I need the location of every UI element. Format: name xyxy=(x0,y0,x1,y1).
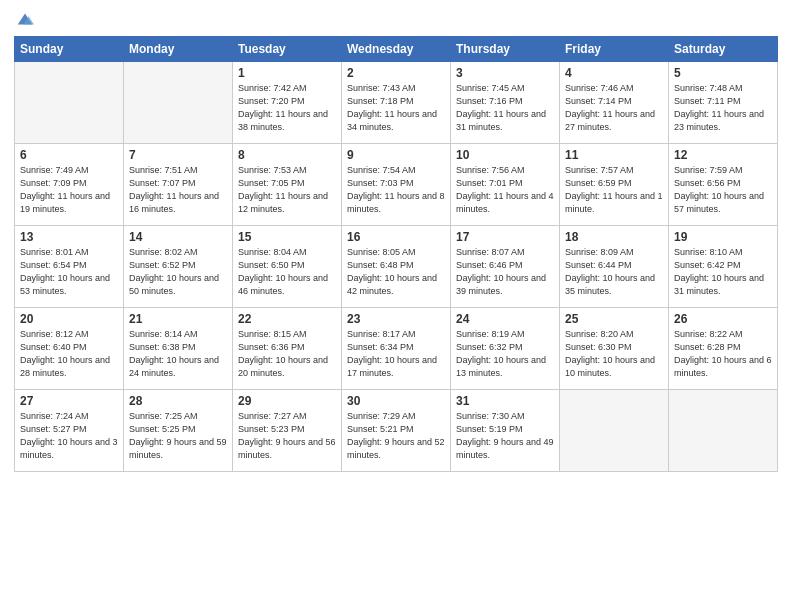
day-info: Sunrise: 7:57 AMSunset: 6:59 PMDaylight:… xyxy=(565,164,663,216)
day-number: 15 xyxy=(238,230,336,244)
day-number: 6 xyxy=(20,148,118,162)
day-info: Sunrise: 8:01 AMSunset: 6:54 PMDaylight:… xyxy=(20,246,118,298)
day-info: Sunrise: 7:49 AMSunset: 7:09 PMDaylight:… xyxy=(20,164,118,216)
calendar-cell: 4Sunrise: 7:46 AMSunset: 7:14 PMDaylight… xyxy=(560,62,669,144)
day-number: 8 xyxy=(238,148,336,162)
day-info: Sunrise: 7:53 AMSunset: 7:05 PMDaylight:… xyxy=(238,164,336,216)
day-number: 18 xyxy=(565,230,663,244)
week-row-4: 20Sunrise: 8:12 AMSunset: 6:40 PMDayligh… xyxy=(15,308,778,390)
day-info: Sunrise: 7:29 AMSunset: 5:21 PMDaylight:… xyxy=(347,410,445,462)
calendar-cell: 27Sunrise: 7:24 AMSunset: 5:27 PMDayligh… xyxy=(15,390,124,472)
day-info: Sunrise: 8:02 AMSunset: 6:52 PMDaylight:… xyxy=(129,246,227,298)
day-number: 19 xyxy=(674,230,772,244)
calendar-cell: 12Sunrise: 7:59 AMSunset: 6:56 PMDayligh… xyxy=(669,144,778,226)
day-number: 22 xyxy=(238,312,336,326)
day-info: Sunrise: 7:56 AMSunset: 7:01 PMDaylight:… xyxy=(456,164,554,216)
day-number: 7 xyxy=(129,148,227,162)
day-number: 21 xyxy=(129,312,227,326)
week-row-5: 27Sunrise: 7:24 AMSunset: 5:27 PMDayligh… xyxy=(15,390,778,472)
day-info: Sunrise: 7:54 AMSunset: 7:03 PMDaylight:… xyxy=(347,164,445,216)
day-number: 2 xyxy=(347,66,445,80)
day-number: 27 xyxy=(20,394,118,408)
day-number: 26 xyxy=(674,312,772,326)
calendar-cell xyxy=(669,390,778,472)
calendar-cell: 20Sunrise: 8:12 AMSunset: 6:40 PMDayligh… xyxy=(15,308,124,390)
calendar: SundayMondayTuesdayWednesdayThursdayFrid… xyxy=(14,36,778,472)
day-number: 3 xyxy=(456,66,554,80)
calendar-cell: 16Sunrise: 8:05 AMSunset: 6:48 PMDayligh… xyxy=(342,226,451,308)
weekday-header-tuesday: Tuesday xyxy=(233,37,342,62)
weekday-header-friday: Friday xyxy=(560,37,669,62)
calendar-cell: 1Sunrise: 7:42 AMSunset: 7:20 PMDaylight… xyxy=(233,62,342,144)
weekday-header-thursday: Thursday xyxy=(451,37,560,62)
calendar-cell: 5Sunrise: 7:48 AMSunset: 7:11 PMDaylight… xyxy=(669,62,778,144)
day-info: Sunrise: 8:09 AMSunset: 6:44 PMDaylight:… xyxy=(565,246,663,298)
day-info: Sunrise: 8:17 AMSunset: 6:34 PMDaylight:… xyxy=(347,328,445,380)
day-info: Sunrise: 7:45 AMSunset: 7:16 PMDaylight:… xyxy=(456,82,554,134)
day-info: Sunrise: 7:46 AMSunset: 7:14 PMDaylight:… xyxy=(565,82,663,134)
day-info: Sunrise: 7:30 AMSunset: 5:19 PMDaylight:… xyxy=(456,410,554,462)
day-number: 28 xyxy=(129,394,227,408)
day-number: 11 xyxy=(565,148,663,162)
weekday-header-row: SundayMondayTuesdayWednesdayThursdayFrid… xyxy=(15,37,778,62)
calendar-cell: 2Sunrise: 7:43 AMSunset: 7:18 PMDaylight… xyxy=(342,62,451,144)
day-number: 30 xyxy=(347,394,445,408)
day-number: 29 xyxy=(238,394,336,408)
calendar-cell: 15Sunrise: 8:04 AMSunset: 6:50 PMDayligh… xyxy=(233,226,342,308)
day-number: 12 xyxy=(674,148,772,162)
calendar-cell: 31Sunrise: 7:30 AMSunset: 5:19 PMDayligh… xyxy=(451,390,560,472)
header xyxy=(14,10,778,28)
day-number: 20 xyxy=(20,312,118,326)
day-number: 24 xyxy=(456,312,554,326)
day-number: 31 xyxy=(456,394,554,408)
weekday-header-sunday: Sunday xyxy=(15,37,124,62)
day-number: 23 xyxy=(347,312,445,326)
calendar-cell: 13Sunrise: 8:01 AMSunset: 6:54 PMDayligh… xyxy=(15,226,124,308)
day-info: Sunrise: 7:42 AMSunset: 7:20 PMDaylight:… xyxy=(238,82,336,134)
calendar-cell: 30Sunrise: 7:29 AMSunset: 5:21 PMDayligh… xyxy=(342,390,451,472)
day-number: 25 xyxy=(565,312,663,326)
day-number: 1 xyxy=(238,66,336,80)
day-info: Sunrise: 8:04 AMSunset: 6:50 PMDaylight:… xyxy=(238,246,336,298)
day-info: Sunrise: 7:59 AMSunset: 6:56 PMDaylight:… xyxy=(674,164,772,216)
day-info: Sunrise: 8:22 AMSunset: 6:28 PMDaylight:… xyxy=(674,328,772,380)
day-info: Sunrise: 8:14 AMSunset: 6:38 PMDaylight:… xyxy=(129,328,227,380)
weekday-header-monday: Monday xyxy=(124,37,233,62)
calendar-cell xyxy=(15,62,124,144)
calendar-cell xyxy=(560,390,669,472)
logo-icon xyxy=(16,10,34,28)
calendar-cell: 7Sunrise: 7:51 AMSunset: 7:07 PMDaylight… xyxy=(124,144,233,226)
page: SundayMondayTuesdayWednesdayThursdayFrid… xyxy=(0,0,792,612)
calendar-cell: 11Sunrise: 7:57 AMSunset: 6:59 PMDayligh… xyxy=(560,144,669,226)
calendar-cell: 25Sunrise: 8:20 AMSunset: 6:30 PMDayligh… xyxy=(560,308,669,390)
day-info: Sunrise: 8:19 AMSunset: 6:32 PMDaylight:… xyxy=(456,328,554,380)
weekday-header-saturday: Saturday xyxy=(669,37,778,62)
day-info: Sunrise: 7:25 AMSunset: 5:25 PMDaylight:… xyxy=(129,410,227,462)
calendar-cell xyxy=(124,62,233,144)
logo xyxy=(14,10,34,28)
day-number: 10 xyxy=(456,148,554,162)
week-row-2: 6Sunrise: 7:49 AMSunset: 7:09 PMDaylight… xyxy=(15,144,778,226)
day-number: 4 xyxy=(565,66,663,80)
day-number: 9 xyxy=(347,148,445,162)
calendar-cell: 8Sunrise: 7:53 AMSunset: 7:05 PMDaylight… xyxy=(233,144,342,226)
day-info: Sunrise: 8:20 AMSunset: 6:30 PMDaylight:… xyxy=(565,328,663,380)
day-info: Sunrise: 7:24 AMSunset: 5:27 PMDaylight:… xyxy=(20,410,118,462)
day-number: 14 xyxy=(129,230,227,244)
calendar-cell: 17Sunrise: 8:07 AMSunset: 6:46 PMDayligh… xyxy=(451,226,560,308)
day-number: 5 xyxy=(674,66,772,80)
week-row-1: 1Sunrise: 7:42 AMSunset: 7:20 PMDaylight… xyxy=(15,62,778,144)
calendar-cell: 26Sunrise: 8:22 AMSunset: 6:28 PMDayligh… xyxy=(669,308,778,390)
day-info: Sunrise: 8:10 AMSunset: 6:42 PMDaylight:… xyxy=(674,246,772,298)
calendar-cell: 23Sunrise: 8:17 AMSunset: 6:34 PMDayligh… xyxy=(342,308,451,390)
calendar-cell: 14Sunrise: 8:02 AMSunset: 6:52 PMDayligh… xyxy=(124,226,233,308)
calendar-cell: 18Sunrise: 8:09 AMSunset: 6:44 PMDayligh… xyxy=(560,226,669,308)
day-info: Sunrise: 8:15 AMSunset: 6:36 PMDaylight:… xyxy=(238,328,336,380)
day-info: Sunrise: 7:51 AMSunset: 7:07 PMDaylight:… xyxy=(129,164,227,216)
day-info: Sunrise: 8:07 AMSunset: 6:46 PMDaylight:… xyxy=(456,246,554,298)
weekday-header-wednesday: Wednesday xyxy=(342,37,451,62)
week-row-3: 13Sunrise: 8:01 AMSunset: 6:54 PMDayligh… xyxy=(15,226,778,308)
calendar-cell: 22Sunrise: 8:15 AMSunset: 6:36 PMDayligh… xyxy=(233,308,342,390)
calendar-cell: 19Sunrise: 8:10 AMSunset: 6:42 PMDayligh… xyxy=(669,226,778,308)
calendar-cell: 9Sunrise: 7:54 AMSunset: 7:03 PMDaylight… xyxy=(342,144,451,226)
